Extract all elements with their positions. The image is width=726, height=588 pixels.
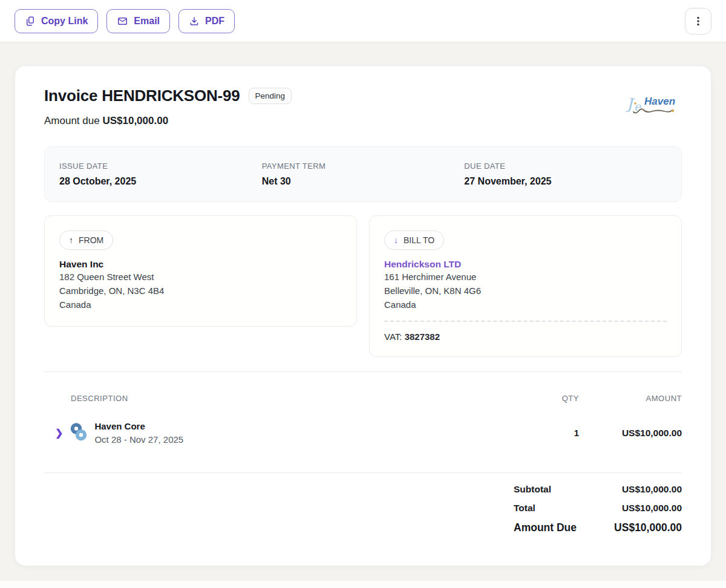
issue-date-value: 28 October, 2025 [59,176,262,187]
from-badge-label: FROM [79,235,103,245]
line-item-amount: US$10,000.00 [579,428,682,439]
amount-due-total-label: Amount Due [514,521,614,534]
envelope-icon [117,16,128,27]
totals-section: Subtotal US$10,000.00 Total US$10,000.00… [514,484,682,534]
email-label: Email [134,16,160,27]
invoice-title: Invoice HENDRICKSON-99 [44,87,240,105]
line-item-period: Oct 28 - Nov 27, 2025 [94,434,183,445]
page-body: Invoice HENDRICKSON-99 Pending Amount du… [0,42,726,588]
copy-link-button[interactable]: Copy Link [15,9,98,33]
due-date-label: DUE DATE [464,162,667,171]
bill-to-address-line: 161 Herchimer Avenue [384,270,667,284]
due-date-value: 27 November, 2025 [464,176,667,187]
address-section: ↑ FROM Haven Inc 182 Queen Street West C… [44,215,682,357]
pdf-label: PDF [205,16,224,27]
download-icon [189,16,200,27]
logo-wordmark: Haven [644,96,675,107]
bill-to-address-line: Canada [384,298,667,312]
toolbar-button-group: Copy Link Email PDF [15,9,235,33]
from-company-name: Haven Inc [59,259,342,270]
total-label: Total [514,503,614,514]
from-address-line: Canada [59,298,342,312]
copy-link-label: Copy Link [41,16,88,27]
bill-to-company-link[interactable]: Hendrickson LTD [384,259,667,270]
line-item-row: ❯ Haven Core Oct 28 - Nov 27, 2025 1 US$… [44,421,682,445]
invoice-header: Invoice HENDRICKSON-99 Pending Amount du… [44,87,682,127]
invoice-card: Invoice HENDRICKSON-99 Pending Amount du… [15,65,711,566]
bill-to-card: ↓ BILL TO Hendrickson LTD 161 Herchimer … [369,215,682,357]
line-item-name: Haven Core [94,421,183,431]
svg-text:J: J [626,96,635,113]
subtotal-value: US$10,000.00 [614,484,682,495]
payment-term-value: Net 30 [262,176,465,187]
bill-to-badge-label: BILL TO [404,235,434,245]
more-options-button[interactable] [685,8,711,34]
arrow-down-icon: ↓ [394,235,398,245]
from-address-line: Cambridge, ON, N3C 4B4 [59,284,342,298]
subtotal-label: Subtotal [514,484,614,495]
kebab-menu-icon [693,16,703,27]
issue-date-label: ISSUE DATE [59,162,262,171]
expand-row-chevron-icon[interactable]: ❯ [55,428,63,438]
top-toolbar: Copy Link Email PDF [0,0,726,42]
haven-logo: J e Haven [626,90,682,119]
line-item-qty: 1 [506,428,579,438]
arrow-up-icon: ↑ [69,235,73,245]
vat-label: VAT: [384,332,402,342]
section-divider-top [44,371,682,372]
from-address-line: 182 Queen Street West [59,270,342,284]
vat-value: 3827382 [405,332,440,342]
bill-to-address-line: Belleville, ON, K8N 4G6 [384,284,667,298]
section-divider-bottom [44,472,682,473]
pdf-button[interactable]: PDF [178,9,235,33]
email-button[interactable]: Email [106,9,170,33]
product-rings-icon [70,422,88,444]
description-column-header: DESCRIPTION [44,394,506,403]
invoice-meta-bar: ISSUE DATE 28 October, 2025 PAYMENT TERM… [44,146,682,202]
amount-due-total-value: US$10,000.00 [614,521,682,534]
amount-due-value: US$10,000.00 [102,115,168,126]
vat-line: VAT: 3827382 [384,332,667,342]
from-badge: ↑ FROM [59,230,113,250]
amount-due-summary: Amount due US$10,000.00 [44,115,292,127]
payment-term-label: PAYMENT TERM [262,162,465,171]
amount-column-header: AMOUNT [579,394,682,403]
bottom-strip [0,581,726,588]
qty-column-header: QTY [506,394,579,403]
dashed-divider [384,321,667,322]
bill-to-badge: ↓ BILL TO [384,230,444,250]
copy-icon [25,16,36,27]
from-card: ↑ FROM Haven Inc 182 Queen Street West C… [44,215,357,327]
total-value: US$10,000.00 [614,503,682,514]
amount-due-label: Amount due [44,115,100,126]
line-items-header: DESCRIPTION QTY AMOUNT [44,394,682,403]
status-badge: Pending [249,88,292,104]
